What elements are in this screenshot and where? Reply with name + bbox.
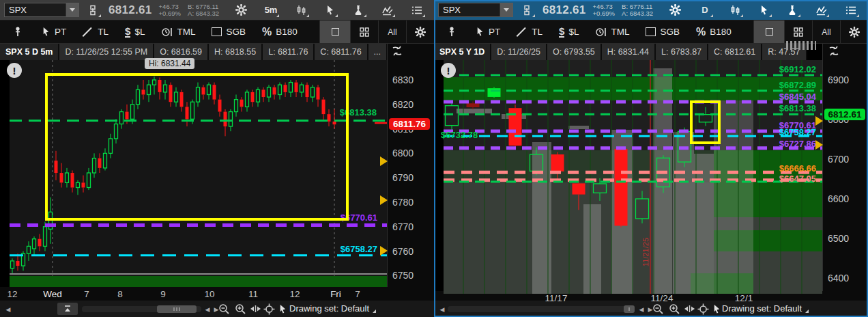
x-axis-label: 10 [190,289,229,299]
crosshair-icon[interactable] [696,302,710,316]
y-axis-tick: 6700 [828,154,849,165]
symbol-dropdown-button[interactable] [500,3,512,16]
zoom-in-icon[interactable] [233,302,247,316]
ohlc-close: C: 6812.61 [708,44,762,60]
tool-tl[interactable]: TL [517,27,542,38]
gear-icon[interactable] [234,3,248,17]
drawing-set-selector[interactable]: Drawing set: Default [722,303,802,314]
x-axis-label: 7 [338,289,377,299]
crosshair-icon[interactable] [262,302,276,316]
symbol-input[interactable]: SPX [438,3,513,17]
axis-restore-icon[interactable] [827,45,841,57]
link-icon[interactable] [86,3,100,17]
grid-layout-button[interactable] [350,20,378,43]
cursor-tool-icon[interactable] [757,3,770,17]
tool-b180[interactable]: % B180 [696,26,732,38]
gear-icon[interactable] [668,3,682,17]
drawing-rectangle[interactable] [45,73,349,221]
jump-to-end-button[interactable] [57,303,78,315]
tool-sgb[interactable]: SGB [646,27,680,37]
symbol-input[interactable]: SPX [4,3,79,17]
scroll-left-icon[interactable]: ◀ [4,305,12,313]
chart-title: SPX 5 Y 1D [434,44,491,60]
x-axis-label: 12 [0,289,31,299]
chart-type-icon[interactable] [294,3,308,17]
ohlc-low: L: 6811.76 [263,44,315,60]
drawing-rectangle[interactable] [690,100,721,144]
single-chart-button[interactable] [753,20,784,43]
zoom-out-icon[interactable] [651,302,665,316]
ohlc-low: L: 6783.87 [656,44,708,60]
y-axis-tick: 6500 [828,233,849,244]
scroll-step-left[interactable]: ◀ [637,305,646,313]
all-charts-button[interactable]: All [378,20,406,43]
scrollbar-thumb[interactable] [157,305,197,313]
patterns-icon[interactable] [380,3,394,17]
zoom-in-icon[interactable] [667,302,681,316]
price-level-label: $6727.86 [741,139,816,149]
pointer-mode-icon[interactable] [276,302,289,316]
scrollbar-track[interactable] [448,306,635,312]
chevron-down-icon [504,8,509,12]
rectangle-icon [212,27,222,36]
chevron-down-icon [70,8,75,12]
studies-flask-icon[interactable] [785,3,799,17]
chart-settings-button[interactable] [406,20,434,43]
tool-sgb[interactable]: SGB [212,27,246,37]
tool-sl[interactable]: $ $L [125,26,145,38]
timeframe-label: 5m [262,3,280,16]
tool-tml[interactable]: TML [161,27,195,38]
clock-icon [595,27,607,38]
price-level-label: $6872.89 [741,80,816,90]
patterns-icon[interactable] [814,3,828,17]
studies-flask-icon[interactable] [351,3,365,17]
tool-pt[interactable]: PT [475,27,500,37]
scroll-step-left[interactable]: ◀ [203,305,212,313]
trendline-icon [517,27,527,38]
tool-tml[interactable]: TML [595,27,629,38]
zoom-out-icon[interactable] [217,302,231,316]
price-level-label: $6912.02 [741,64,816,74]
pin-icon[interactable] [11,25,25,39]
all-charts-button[interactable]: All [812,20,840,43]
chart-settings-button[interactable] [840,20,868,43]
left-top-toolbar: SPX 6812.61 +46.73 +0.69% B: 6776.11 A: … [0,0,434,20]
drawing-set-selector[interactable]: Drawing set: Default [289,303,369,314]
tool-tl[interactable]: TL [83,27,108,38]
axis-restore-icon[interactable] [390,45,404,57]
timeframe-label: D [699,3,710,16]
y-axis-tick: 6820 [392,99,414,110]
horizontal-expand-icon[interactable] [248,302,262,316]
scrollbar-thumb[interactable] [624,305,635,313]
single-chart-button[interactable] [319,20,350,43]
x-axis-label: 12/1 [725,293,763,303]
menu-list-icon[interactable] [844,3,858,17]
alert-arrow-icon [380,195,388,205]
y-axis-tick: 6600 [828,193,849,204]
header-more[interactable]: ... [368,44,388,60]
grid-layout-button[interactable] [784,20,812,43]
tool-sl[interactable]: $ $L [559,26,579,38]
chart-type-icon[interactable] [728,3,742,17]
pin-icon[interactable] [445,25,459,39]
horizontal-expand-icon[interactable] [682,302,696,316]
current-price-badge: 6811.76 [389,118,430,130]
pointer-mode-icon[interactable] [710,302,723,316]
ask-value: A: 6843.32 [188,10,219,17]
cursor-tool-icon[interactable] [323,3,336,17]
dollar-icon: $ [559,26,564,38]
warning-icon[interactable]: ! [7,63,22,78]
menu-list-icon[interactable] [410,3,424,17]
percent-icon: % [262,26,272,38]
x-axis-label: 11/17 [537,293,575,303]
symbol-dropdown-button[interactable] [66,3,78,16]
tool-pt[interactable]: PT [41,27,66,37]
link-icon[interactable] [520,3,534,17]
scroll-left-icon[interactable]: ◀ [438,305,446,313]
tool-b180[interactable]: % B180 [262,26,298,38]
timeframe-selector[interactable]: 5m [264,3,278,17]
all-label: All [822,27,830,37]
timeframe-selector[interactable]: D [698,3,712,17]
bid-value: B: 6776.11 [188,3,219,10]
warning-icon[interactable]: ! [441,63,456,78]
